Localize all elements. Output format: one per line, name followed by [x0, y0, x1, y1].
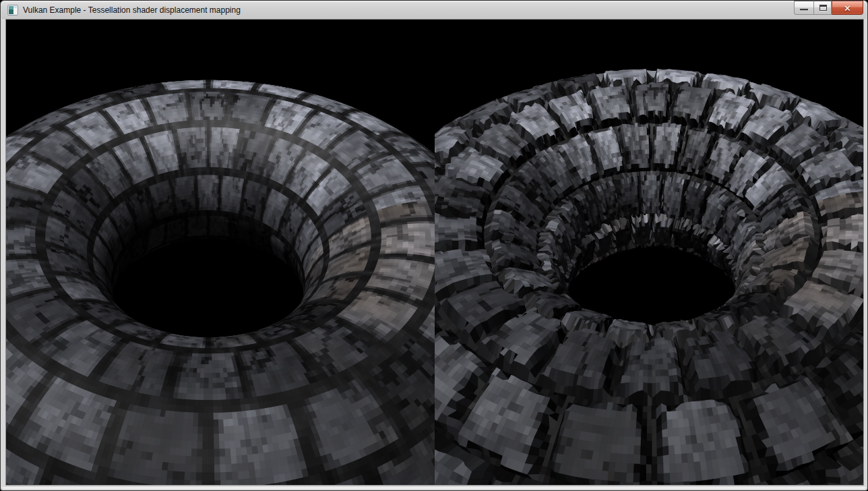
maximize-icon: [819, 5, 827, 11]
minimize-button[interactable]: [794, 1, 813, 15]
minimize-icon: [800, 9, 808, 11]
close-icon: ✕: [832, 2, 863, 15]
window-title: Vulkan Example - Tessellation shader dis…: [23, 1, 241, 19]
app-window: Vulkan Example - Tessellation shader dis…: [0, 0, 868, 491]
caption-buttons: ✕: [794, 1, 863, 15]
frame-highlight: [2, 487, 866, 489]
render-canvas[interactable]: [6, 20, 863, 485]
titlebar[interactable]: Vulkan Example - Tessellation shader dis…: [1, 1, 867, 19]
close-button[interactable]: ✕: [832, 1, 863, 15]
maximize-button[interactable]: [813, 1, 832, 15]
app-icon[interactable]: [7, 5, 18, 16]
render-viewport: [5, 19, 864, 486]
